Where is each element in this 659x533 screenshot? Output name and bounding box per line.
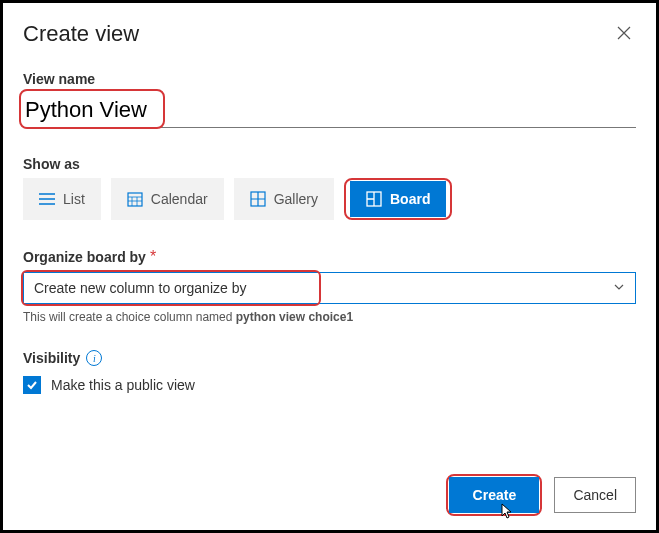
show-as-board-button[interactable]: Board [350, 181, 446, 217]
organize-helper-text: This will create a choice column named p… [23, 310, 636, 324]
view-name-label: View name [23, 71, 636, 87]
info-icon[interactable]: i [86, 350, 102, 366]
svg-rect-0 [128, 193, 142, 206]
required-indicator: * [150, 248, 156, 266]
list-icon [39, 192, 55, 206]
chevron-down-icon [613, 280, 625, 296]
show-as-calendar-button[interactable]: Calendar [111, 178, 224, 220]
show-as-gallery-label: Gallery [274, 191, 318, 207]
create-button-highlight: Create [446, 474, 542, 516]
board-icon [366, 191, 382, 207]
show-as-list-label: List [63, 191, 85, 207]
close-button[interactable] [612, 21, 636, 45]
show-as-gallery-button[interactable]: Gallery [234, 178, 334, 220]
show-as-board-highlight: Board [344, 178, 452, 220]
organize-selected-value: Create new column to organize by [34, 280, 246, 296]
create-button[interactable]: Create [449, 477, 539, 513]
organize-label: Organize board by [23, 249, 146, 265]
cancel-button[interactable]: Cancel [554, 477, 636, 513]
show-as-calendar-label: Calendar [151, 191, 208, 207]
public-view-checkbox[interactable] [23, 376, 41, 394]
view-name-input[interactable] [23, 93, 636, 128]
gallery-icon [250, 191, 266, 207]
public-view-checkbox-label: Make this a public view [51, 377, 195, 393]
dialog-title: Create view [23, 21, 139, 47]
organize-select[interactable]: Create new column to organize by [23, 272, 636, 304]
show-as-board-label: Board [390, 191, 430, 207]
check-icon [26, 379, 38, 391]
close-icon [616, 25, 632, 41]
organize-helper-prefix: This will create a choice column named [23, 310, 236, 324]
show-as-list-button[interactable]: List [23, 178, 101, 220]
visibility-label: Visibility [23, 350, 80, 366]
show-as-label: Show as [23, 156, 636, 172]
organize-helper-bold: python view choice1 [236, 310, 353, 324]
calendar-icon [127, 191, 143, 207]
